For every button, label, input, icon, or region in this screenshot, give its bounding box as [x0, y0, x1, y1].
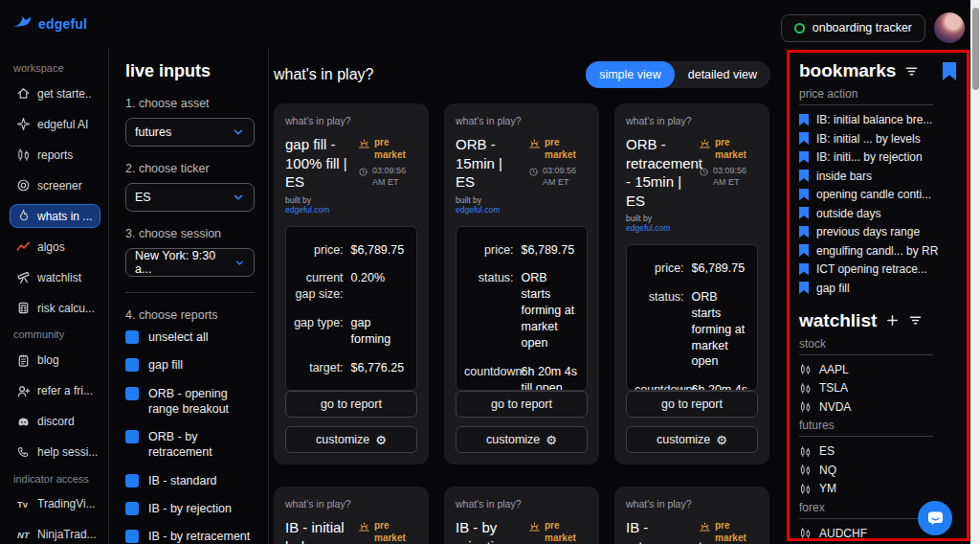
card-title: gap fill - 100% fill | ES [285, 135, 354, 192]
premarket-badge: pre market [699, 137, 758, 161]
bookmark-item-ict-opening-retrace[interactable]: ICT opening retrace... [799, 262, 957, 276]
sidebar-item-label: reports [37, 148, 73, 162]
report-checkbox-gap-fill[interactable]: gap fill [125, 357, 255, 373]
play-card-ib-retracement: what's in play?IB - retracement -built b… [614, 487, 769, 544]
brand-link[interactable]: edgeful.com [285, 205, 329, 215]
watchlist-group-label: stock [799, 337, 933, 355]
sidebar-item-ninjatrad[interactable]: NTNinjaTrad... [10, 523, 100, 544]
data-row-value: 6h 20m 4s till open [692, 382, 749, 391]
bookmark-list: IB: initial balance bre...IB: initial ..… [799, 113, 957, 295]
sunrise-icon [699, 520, 711, 544]
bookmark-item-ib-initial-by-levels[interactable]: IB: initial ... by levels [799, 132, 957, 146]
customize-button[interactable]: customize ⚙ [626, 426, 758, 453]
sidebar-item-edgeful-ai[interactable]: edgeful AI [10, 112, 100, 136]
brand-link[interactable]: edgeful.com [456, 205, 500, 215]
bookmark-label: ICT opening retrace... [816, 262, 927, 276]
ticker-select[interactable]: ES [125, 183, 255, 212]
go-to-report-button[interactable]: go to report [626, 391, 758, 418]
session-select[interactable]: New York: 9:30 a... [125, 248, 255, 277]
watchlist-item-aapl[interactable]: AAPL [799, 363, 957, 376]
svg-text:Tv: Tv [17, 500, 29, 510]
scrollbar-thumb[interactable] [972, 8, 979, 90]
watchlist-group-label: futures [799, 419, 933, 437]
avatar[interactable] [934, 12, 965, 43]
bookmark-item-previous-days-range[interactable]: previous days range [799, 225, 957, 238]
flame-icon [16, 209, 31, 223]
clock-icon [528, 166, 539, 188]
edgeful-logo[interactable]: edgeful [11, 10, 87, 34]
watchlist-item-tsla[interactable]: TSLA [799, 381, 957, 395]
sidebar-item-watchlist[interactable]: watchlist [10, 265, 100, 289]
checkbox-label: ORB - opening range breakout [148, 386, 255, 418]
sidebar-item-label: algos [37, 240, 65, 254]
sidebar-item-help-sessi[interactable]: help sessi... [10, 441, 100, 465]
customize-button[interactable]: customize ⚙ [285, 426, 417, 453]
report-checkbox-ib-by-retracement[interactable]: IB - by retracement [125, 529, 255, 544]
sidebar-item-algos[interactable]: algos [10, 235, 100, 259]
watchlist-item-ym[interactable]: YM [799, 482, 957, 495]
bookmark-item-ib-initial-balance-bre[interactable]: IB: initial balance bre... [799, 113, 957, 126]
data-row: status:ORB starts forming at market open [464, 270, 579, 351]
filter-icon[interactable] [904, 64, 919, 79]
chevron-down-icon [232, 125, 245, 139]
candles-icon [799, 382, 812, 395]
bookmark-item-opening-candle-conti[interactable]: opening candle conti... [799, 188, 957, 201]
sidebar-item-blog[interactable]: blog [10, 349, 100, 373]
target-icon [16, 178, 31, 193]
checkbox-label: gap fill [148, 357, 183, 373]
scrollbar-track[interactable] [970, 0, 980, 544]
sidebar-item-label: risk calcu... [37, 302, 95, 315]
go-to-report-button[interactable]: go to report [285, 391, 417, 418]
bookmark-item-engulfing-candl-by-rr[interactable]: engulfing candl... by RR [799, 244, 957, 258]
brand-link[interactable]: edgeful.com [626, 223, 670, 233]
simple-view-tab[interactable]: simple view [586, 61, 675, 88]
bookmark-label: engulfing candl... by RR [816, 244, 938, 258]
add-symbol-icon[interactable] [885, 313, 900, 328]
detailed-view-tab[interactable]: detailed view [675, 61, 770, 88]
sidebar-item-screener[interactable]: screener [10, 173, 100, 197]
checkbox-label: unselect all [148, 329, 209, 345]
data-row: price:$6,789.75 [635, 261, 749, 277]
sidebar-item-discord[interactable]: discord [10, 410, 100, 434]
sidebar-item-tradingvi[interactable]: TvTradingVi... [10, 492, 100, 516]
customize-button[interactable]: customize ⚙ [456, 426, 588, 453]
data-row-label: current gap size: [294, 270, 344, 303]
sidebar-item-reports[interactable]: reports [10, 143, 100, 167]
checkbox-checked-icon [125, 387, 139, 400]
card-title: ORB - retracement - 15min | ES [626, 135, 695, 210]
asset-select[interactable]: futures [125, 118, 255, 147]
go-to-report-button[interactable]: go to report [456, 391, 588, 418]
filter-icon[interactable] [908, 313, 923, 328]
bookmark-item-gap-fill[interactable]: gap fill [799, 282, 957, 295]
report-checkbox-orb-by-retracement[interactable]: ORB - by retracement [125, 429, 255, 461]
watchlist-item-nq[interactable]: NQ [799, 464, 957, 477]
report-checkbox-ib-standard[interactable]: IB - standard [125, 473, 255, 488]
watchlist-item-es[interactable]: ES [799, 444, 957, 458]
card-built-by: built by edgeful.com [285, 195, 354, 215]
sunrise-icon [699, 137, 711, 161]
sidebar-item-risk-calcu[interactable]: risk calcu... [10, 296, 100, 320]
report-checkbox-ib-by-rejection[interactable]: IB - by rejection [125, 501, 255, 516]
chat-bubble-button[interactable] [918, 501, 952, 535]
report-checkbox-orb-opening-range-breakout[interactable]: ORB - opening range breakout [125, 386, 255, 418]
sidebar-item-get-starte[interactable]: get starte.. [10, 81, 100, 105]
card-title: ORB - 15min | ES [456, 135, 524, 192]
bookmark-item-ib-initi-by-rejection[interactable]: IB: initi... by rejection [799, 150, 957, 164]
bookmark-item-outside-days[interactable]: outside days [799, 207, 957, 220]
app-root: edgeful onboarding tracker workspaceget … [0, 0, 980, 544]
sidebar-item-whats-in[interactable]: whats in ... [10, 204, 100, 228]
bookmark-icon [799, 189, 809, 201]
play-card-ib-initial-balance: what's in play?IB - initial balance -bui… [274, 487, 429, 544]
report-checkbox-unselect-all[interactable]: unselect all [125, 329, 255, 345]
onboarding-tracker-button[interactable]: onboarding tracker [781, 14, 925, 42]
bookmark-item-inside-bars[interactable]: inside bars [799, 170, 957, 183]
bookmark-icon [799, 263, 809, 276]
watchlist-item-nvda[interactable]: NVDA [799, 400, 957, 414]
asset-select-value: futures [135, 125, 171, 139]
checkbox-checked-icon [125, 502, 139, 515]
gear-icon: ⚙ [716, 433, 727, 447]
clock-icon [699, 166, 709, 188]
sidebar-item-refer-a-fri[interactable]: refer a fri... [10, 379, 100, 403]
sidebar-item-label: whats in ... [37, 210, 92, 223]
checkbox-checked-icon [125, 358, 139, 372]
